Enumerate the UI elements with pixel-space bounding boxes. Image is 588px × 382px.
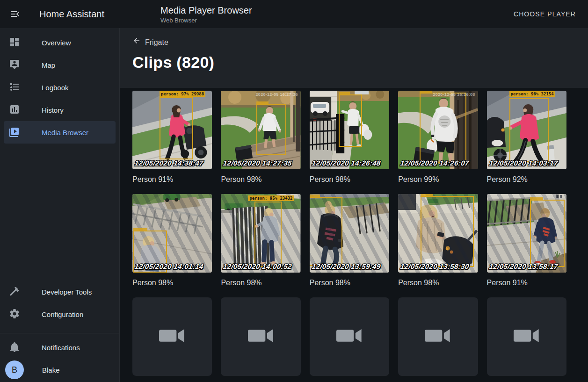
media-grid: person: 97% 29988 12/05/2020 14:38:47 Pe…	[132, 91, 566, 382]
top-bar-left: Home Assistant	[0, 0, 120, 28]
user-name: Blake	[42, 366, 60, 374]
top-bar-main: Media Player Browser Web Browser CHOOSE …	[120, 0, 588, 28]
clip-scene	[310, 91, 389, 169]
clip-tile[interactable]: 2020-12-05 16:26:08 12/05/2020 14:26:07 …	[398, 91, 478, 184]
folder-tile-back[interactable]: Back (427)	[487, 297, 566, 382]
clip-tile[interactable]: 2020-12-05 16:27:36 12/05/2020 14:27:35 …	[221, 91, 300, 184]
breadcrumb-label: Frigate	[145, 37, 168, 48]
clip-scene	[487, 91, 566, 169]
video-camera-icon	[514, 328, 540, 346]
folder-tile-last-month[interactable]: Last Month (318)	[398, 297, 478, 382]
breadcrumb-back-frigate[interactable]: Frigate	[132, 36, 168, 48]
clip-scene	[310, 194, 389, 273]
clip-scene	[398, 194, 478, 273]
sidebar-item-configuration[interactable]: Configuration	[4, 303, 116, 325]
sidebar-item-label: Map	[42, 61, 55, 69]
video-camera-icon	[425, 328, 451, 346]
sidebar-spacer	[0, 144, 119, 281]
clip-scene	[132, 91, 212, 169]
folder-thumbnail	[132, 297, 212, 376]
clip-scene	[132, 194, 212, 273]
page-title: Media Player Browser	[160, 5, 252, 16]
avatar: B	[5, 360, 24, 379]
clip-thumbnail: 12/05/2020 14:26:48	[310, 91, 389, 169]
sidebar-item-label: Overview	[42, 39, 71, 47]
clip-label: Person 98%	[221, 175, 300, 184]
map-account-icon	[9, 59, 20, 72]
clip-thumbnail: 2020-12-05 16:27:36 12/05/2020 14:27:35	[221, 91, 300, 169]
content-header: Frigate Clips (820)	[120, 28, 588, 88]
clip-label: Person 98%	[132, 278, 212, 287]
clip-thumbnail: person: 97% 29988 12/05/2020 14:38:47	[132, 91, 212, 169]
clip-tile[interactable]: person: 95% 23432 12/05/2020 14:00:52 Pe…	[221, 194, 300, 287]
folder-thumbnail	[310, 297, 389, 376]
sidebar-item-media-browser[interactable]: Media Browser	[4, 121, 116, 144]
menu-open-button[interactable]	[9, 8, 21, 20]
list-bulleted-icon	[9, 81, 20, 94]
sidebar-item-history[interactable]: History	[4, 99, 116, 121]
sidebar-item-map[interactable]: Map	[4, 54, 116, 76]
sidebar: Overview Map Logbook History Media Brows…	[0, 28, 120, 382]
clip-label: Person 98%	[221, 278, 300, 287]
clip-thumbnail: 12/05/2020 14:01:14	[132, 194, 212, 273]
sidebar-divider	[0, 333, 119, 333]
sidebar-item-label: Media Browser	[42, 129, 88, 137]
clip-label: Person 91%	[487, 278, 566, 287]
folder-thumbnail	[221, 297, 300, 376]
clip-scene	[398, 91, 478, 169]
sidebar-item-logbook[interactable]: Logbook	[4, 76, 116, 99]
clip-thumbnail: 2020-12-05 16:26:08 12/05/2020 14:26:07	[398, 91, 478, 169]
sidebar-item-developer-tools[interactable]: Developer Tools	[4, 281, 116, 303]
gear-icon	[9, 308, 20, 321]
folder-tile-yesterday[interactable]: Yesterday (209)	[221, 297, 300, 382]
hammer-icon	[9, 286, 20, 298]
choose-player-button[interactable]: CHOOSE PLAYER	[511, 10, 579, 18]
video-camera-icon	[336, 328, 363, 346]
arrow-left-icon	[132, 36, 141, 48]
sidebar-item-label: Notifications	[42, 344, 80, 352]
clip-scene	[221, 91, 300, 169]
menu-open-icon	[9, 8, 21, 20]
clip-thumbnail: 12/05/2020 13:59:49	[310, 194, 389, 273]
clip-tile[interactable]: person: 97% 29988 12/05/2020 14:38:47 Pe…	[132, 91, 212, 184]
sidebar-item-label: History	[42, 106, 64, 114]
clip-thumbnail: 12/05/2020 13:58:17	[487, 194, 566, 273]
folder-tile-today[interactable]: Today (164)	[132, 297, 212, 382]
clip-tile[interactable]: 12/05/2020 13:58:30 Person 98%	[398, 194, 478, 287]
page-title-block: Media Player Browser Web Browser	[160, 4, 252, 25]
video-camera-icon	[248, 328, 274, 346]
app-title: Home Assistant	[39, 9, 104, 20]
clip-thumbnail: person: 96% 32154 12/05/2020 14:03:17	[487, 91, 566, 169]
clip-tile[interactable]: 12/05/2020 14:26:48 Person 98%	[310, 91, 389, 184]
folder-thumbnail	[398, 297, 478, 376]
sidebar-user[interactable]: B Blake	[4, 359, 116, 381]
media-grid-container: person: 97% 29988 12/05/2020 14:38:47 Pe…	[120, 88, 588, 382]
sidebar-item-overview[interactable]: Overview	[4, 31, 116, 54]
clip-scene	[487, 194, 566, 273]
page-subtitle: Web Browser	[160, 16, 252, 25]
page-heading: Clips (820)	[132, 53, 566, 72]
clip-label: Person 91%	[132, 175, 212, 184]
clip-tile[interactable]: 12/05/2020 13:59:49 Person 98%	[310, 194, 389, 287]
chart-box-icon	[9, 104, 20, 116]
folder-thumbnail	[487, 297, 566, 376]
sidebar-item-label: Logbook	[42, 84, 69, 92]
clip-tile[interactable]: person: 96% 32154 12/05/2020 14:03:17 Pe…	[487, 91, 566, 184]
folder-tile-this-month[interactable]: This Month (502)	[310, 297, 389, 382]
clip-label: Person 98%	[310, 175, 389, 184]
clip-label: Person 99%	[398, 175, 478, 184]
clip-scene	[221, 194, 300, 273]
clip-label: Person 98%	[398, 278, 478, 287]
video-camera-icon	[159, 328, 185, 346]
sidebar-item-label: Configuration	[42, 310, 83, 318]
sidebar-item-notifications[interactable]: Notifications	[4, 336, 116, 359]
home-assistant-app: Home Assistant Media Player Browser Web …	[0, 0, 588, 382]
clip-tile[interactable]: 12/05/2020 13:58:17 Person 91%	[487, 194, 566, 287]
view-dashboard-icon	[9, 36, 20, 49]
clip-tile[interactable]: 12/05/2020 14:01:14 Person 98%	[132, 194, 212, 287]
bell-icon	[9, 341, 20, 354]
top-bar: Home Assistant Media Player Browser Web …	[0, 0, 588, 28]
play-box-multiple-icon	[9, 126, 20, 139]
clip-label: Person 98%	[310, 278, 389, 287]
sidebar-item-label: Developer Tools	[42, 288, 92, 296]
